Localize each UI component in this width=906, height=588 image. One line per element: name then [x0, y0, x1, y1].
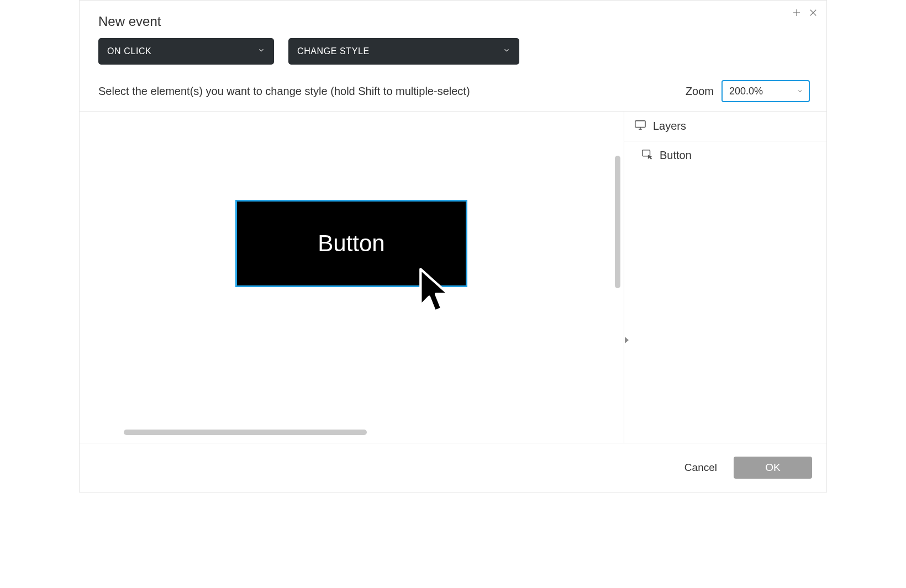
instruction-row: Select the element(s) you want to change…: [80, 76, 826, 111]
chevron-down-icon: [503, 46, 510, 56]
zoom-value: 200.0%: [729, 86, 763, 97]
dialog-footer: Cancel OK: [80, 443, 826, 492]
monitor-icon: [634, 119, 646, 133]
trigger-dropdown-label: ON CLICK: [107, 46, 151, 56]
ok-button[interactable]: OK: [734, 457, 812, 479]
canvas-element-label: Button: [318, 230, 384, 257]
svg-rect-8: [642, 150, 650, 156]
new-event-dialog: New event ON CLICK CHANGE STYLE Select t…: [79, 0, 827, 492]
workspace: Button Layers: [80, 111, 826, 443]
button-layer-icon: [641, 148, 653, 163]
event-config-row: ON CLICK CHANGE STYLE: [80, 35, 826, 76]
layer-item-button[interactable]: Button: [624, 141, 826, 169]
dialog-title: New event: [98, 14, 808, 29]
action-dropdown[interactable]: CHANGE STYLE: [288, 38, 519, 65]
canvas-element-button[interactable]: Button: [235, 200, 467, 287]
header-actions: [791, 7, 819, 18]
add-icon[interactable]: [791, 7, 802, 18]
chevron-down-icon: [257, 46, 265, 56]
layers-panel: Layers Button: [624, 112, 826, 443]
instruction-text: Select the element(s) you want to change…: [98, 85, 470, 98]
horizontal-scrollbar[interactable]: [124, 430, 367, 435]
canvas[interactable]: Button: [80, 112, 624, 443]
layer-item-label: Button: [660, 149, 692, 162]
layers-header: Layers: [624, 112, 826, 141]
zoom-label: Zoom: [686, 85, 714, 98]
zoom-control: Zoom 200.0%: [686, 80, 810, 102]
dialog-header: New event: [80, 1, 826, 35]
vertical-scrollbar[interactable]: [615, 156, 620, 288]
close-icon[interactable]: [808, 7, 819, 18]
trigger-dropdown[interactable]: ON CLICK: [98, 38, 274, 65]
cancel-button[interactable]: Cancel: [684, 462, 717, 474]
layers-title: Layers: [653, 120, 686, 133]
zoom-select[interactable]: 200.0%: [721, 80, 810, 102]
svg-marker-4: [625, 337, 629, 343]
svg-rect-5: [635, 121, 645, 128]
panel-collapse-handle[interactable]: [624, 336, 629, 345]
action-dropdown-label: CHANGE STYLE: [297, 46, 370, 56]
